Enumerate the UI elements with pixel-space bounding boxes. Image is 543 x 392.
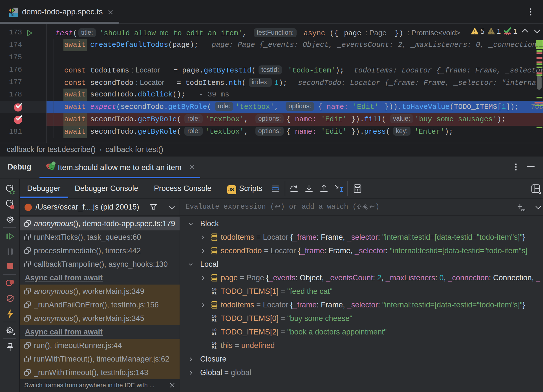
svg-text:TS: TS — [10, 13, 14, 17]
svg-text:1: 1 — [513, 27, 517, 36]
svg-text:1: 1 — [497, 27, 501, 36]
svg-text:5: 5 — [480, 27, 484, 36]
